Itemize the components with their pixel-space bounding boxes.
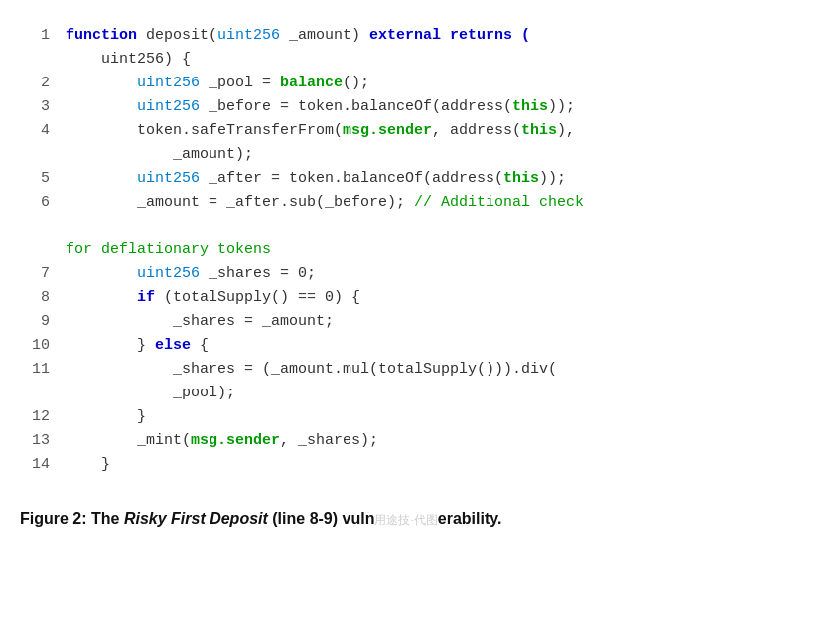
line-content: } else { — [66, 334, 820, 358]
line-content: _amount = _after.sub(_before); // Additi… — [66, 191, 820, 215]
code-continuation — [20, 215, 820, 238]
line-number: 2 — [20, 72, 50, 95]
continuation-content: _pool); — [66, 382, 235, 405]
caption-suffix-post: erability. — [438, 510, 502, 527]
caption-suffix-pre: (line 8-9) vuln — [268, 510, 375, 527]
caption-figure-label: Figure 2: The — [20, 510, 124, 527]
continuation-content: uint256) { — [66, 48, 191, 72]
line-number: 11 — [20, 358, 50, 382]
code-line: 14 } — [20, 453, 820, 477]
line-content: } — [66, 453, 820, 477]
line-content: uint256 _shares = 0; — [66, 262, 820, 286]
code-line: 7 uint256 _shares = 0; — [20, 262, 820, 286]
line-content: function deposit(uint256 _amount) extern… — [66, 24, 820, 48]
line-number: 13 — [20, 429, 50, 453]
code-line: 13 _mint(msg.sender, _shares); — [20, 429, 820, 453]
code-continuation: for deflationary tokens — [20, 238, 820, 262]
line-number: 4 — [20, 119, 50, 143]
code-continuation: _amount); — [20, 143, 820, 167]
caption-italic-text: Risky First Deposit — [124, 510, 268, 527]
code-line: 12 } — [20, 405, 820, 429]
line-number: 9 — [20, 310, 50, 334]
line-number: 14 — [20, 453, 50, 477]
line-number: 6 — [20, 191, 50, 215]
code-line: 2 uint256 _pool = balance(); — [20, 72, 820, 95]
line-content: _mint(msg.sender, _shares); — [66, 429, 820, 453]
line-number: 12 — [20, 405, 50, 429]
code-line: 4 token.safeTransferFrom(msg.sender, add… — [20, 119, 820, 143]
continuation-content: for deflationary tokens — [66, 238, 271, 262]
continuation-content — [66, 215, 173, 238]
code-line: 11 _shares = (_amount.mul(totalSupply())… — [20, 358, 820, 382]
line-number: 7 — [20, 262, 50, 286]
line-number: 3 — [20, 95, 50, 119]
figure-caption: Figure 2: The Risky First Deposit (line … — [20, 507, 820, 531]
code-continuation: uint256) { — [20, 48, 820, 72]
line-content: if (totalSupply() == 0) { — [66, 286, 820, 310]
code-line: 10 } else { — [20, 334, 820, 358]
line-number: 5 — [20, 167, 50, 191]
code-line: 1function deposit(uint256 _amount) exter… — [20, 24, 820, 48]
code-continuation: _pool); — [20, 382, 820, 405]
line-number: 1 — [20, 24, 50, 48]
line-number: 10 — [20, 334, 50, 358]
code-line: 6 _amount = _after.sub(_before); // Addi… — [20, 191, 820, 215]
code-line: 3 uint256 _before = token.balanceOf(addr… — [20, 95, 820, 119]
line-content: } — [66, 405, 820, 429]
code-line: 5 uint256 _after = token.balanceOf(addre… — [20, 167, 820, 191]
line-content: uint256 _pool = balance(); — [66, 72, 820, 95]
code-line: 8 if (totalSupply() == 0) { — [20, 286, 820, 310]
code-block: 1function deposit(uint256 _amount) exter… — [20, 16, 820, 485]
line-content: token.safeTransferFrom(msg.sender, addre… — [66, 119, 820, 143]
line-content: _shares = (_amount.mul(totalSupply())).d… — [66, 358, 820, 382]
line-content: uint256 _after = token.balanceOf(address… — [66, 167, 820, 191]
line-number: 8 — [20, 286, 50, 310]
code-line: 9 _shares = _amount; — [20, 310, 820, 334]
watermark-text: 用途技·代图 — [374, 513, 437, 527]
continuation-content: _amount); — [66, 143, 253, 167]
line-content: uint256 _before = token.balanceOf(addres… — [66, 95, 820, 119]
line-content: _shares = _amount; — [66, 310, 820, 334]
